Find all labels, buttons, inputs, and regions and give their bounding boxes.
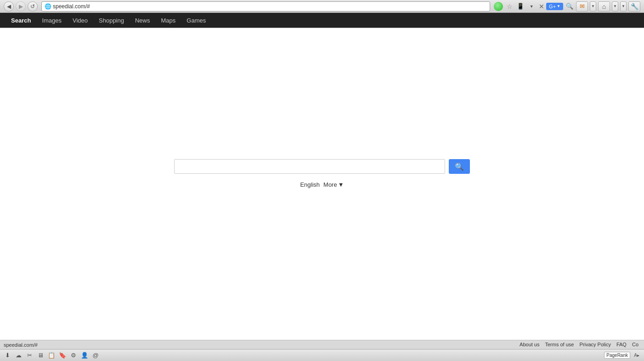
google-dropdown-icon: ▼ xyxy=(557,4,560,8)
search-input[interactable] xyxy=(174,159,445,174)
google-search-button[interactable]: G+ ▼ xyxy=(546,3,563,10)
address-text: speedial.com/# xyxy=(53,3,487,10)
footer-links: About us Terms of use Privacy Policy FAQ… xyxy=(520,340,644,349)
device-icon[interactable]: 📱 xyxy=(516,2,525,11)
language-row: English More ▼ xyxy=(300,181,344,188)
more-label: More xyxy=(323,181,337,188)
close-button[interactable]: ✕ xyxy=(539,3,544,10)
footer-co[interactable]: Co xyxy=(632,342,638,347)
browser-search-icon[interactable]: 🔍 xyxy=(565,2,574,11)
gear-icon[interactable]: ⚙ xyxy=(69,351,78,360)
globe-icon: 🌐 xyxy=(45,3,51,10)
footer-privacy[interactable]: Privacy Policy xyxy=(579,342,610,347)
footer-about[interactable]: About us xyxy=(520,342,539,347)
forward-button[interactable]: ▶ xyxy=(16,1,26,11)
footer-terms[interactable]: Terms of use xyxy=(545,342,574,347)
bookmark-star-icon[interactable]: ☆ xyxy=(505,2,514,11)
mail-dropdown-button[interactable]: ▼ xyxy=(590,1,596,11)
nav-item-games[interactable]: Games xyxy=(181,13,211,28)
browser-titlebar: ◀ ▶ ↺ 🌐 speedial.com/# ☆ 📱 ▼ ✕ G+ ▼ 🔍 ✉ … xyxy=(0,0,644,13)
bookmark-icon[interactable]: 🔖 xyxy=(58,351,67,360)
cut-icon[interactable]: ✂ xyxy=(25,351,34,360)
nav-item-maps[interactable]: Maps xyxy=(156,13,181,28)
status-url: speedial.com/# xyxy=(4,342,38,348)
extra-icon[interactable]: A▸ xyxy=(632,351,641,360)
nav-item-search[interactable]: Search xyxy=(6,13,36,28)
bottom-toolbar: ⬇ ☁ ✂ 🖥 📋 🔖 ⚙ 👤 @ PageRank A▸ xyxy=(0,349,644,361)
search-magnifier-icon: 🔍 xyxy=(455,162,464,171)
nav-menu: Search Images Video Shopping News Maps G… xyxy=(0,13,644,28)
dropdown-arrow-icon[interactable]: ▼ xyxy=(527,2,536,11)
nav-item-images[interactable]: Images xyxy=(36,13,67,28)
cloud-icon[interactable]: ☁ xyxy=(14,351,23,360)
back-history-dropdown[interactable]: ▼ xyxy=(612,1,618,11)
more-dropdown-icon: ▼ xyxy=(338,181,344,188)
user-icon[interactable]: 👤 xyxy=(80,351,89,360)
nav-item-video[interactable]: Video xyxy=(67,13,93,28)
status-bar: speedial.com/# About us Terms of use Pri… xyxy=(0,340,644,349)
screen-icon[interactable]: 🖥 xyxy=(36,351,45,360)
extensions-button[interactable]: 🔧 xyxy=(628,1,640,11)
language-link[interactable]: English xyxy=(300,181,320,188)
search-container: 🔍 English More ▼ xyxy=(174,159,470,188)
pagerank-label: PageRank xyxy=(606,353,628,358)
download-icon[interactable]: ⬇ xyxy=(3,351,12,360)
forward-history-dropdown[interactable]: ▼ xyxy=(620,1,627,11)
pagerank-badge[interactable]: PageRank xyxy=(604,352,630,359)
footer-faq[interactable]: FAQ xyxy=(616,342,627,347)
nav-item-news[interactable]: News xyxy=(130,13,156,28)
main-content: 🔍 English More ▼ xyxy=(0,28,644,338)
mail-button[interactable]: ✉ xyxy=(576,1,588,11)
home-button[interactable]: ⌂ xyxy=(598,1,610,11)
google-icon: G+ xyxy=(549,4,556,9)
green-button[interactable] xyxy=(494,2,503,11)
reload-button[interactable]: ↺ xyxy=(28,1,38,11)
clipboard-icon[interactable]: 📋 xyxy=(47,351,56,360)
address-bar[interactable]: 🌐 speedial.com/# xyxy=(41,1,490,11)
search-button[interactable]: 🔍 xyxy=(449,159,470,174)
search-row: 🔍 xyxy=(174,159,470,174)
at-icon[interactable]: @ xyxy=(91,351,100,360)
more-button[interactable]: More ▼ xyxy=(323,181,344,188)
back-button[interactable]: ◀ xyxy=(4,1,14,11)
browser-chrome: ◀ ▶ ↺ 🌐 speedial.com/# ☆ 📱 ▼ ✕ G+ ▼ 🔍 ✉ … xyxy=(0,0,644,28)
nav-item-shopping[interactable]: Shopping xyxy=(93,13,130,28)
